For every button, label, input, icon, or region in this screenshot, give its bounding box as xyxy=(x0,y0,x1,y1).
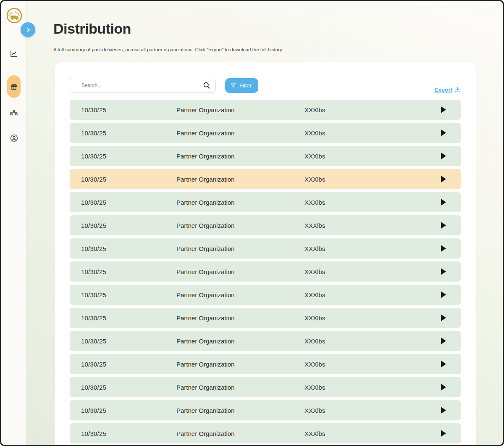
delivery-weight: XXXlbs xyxy=(304,314,441,322)
distribution-card: Filter Export 10/30/25 Partner Organizat… xyxy=(55,62,476,446)
row-expand-arrow[interactable] xyxy=(441,314,449,321)
partner-name: Partner Organization xyxy=(176,314,304,322)
row-expand-arrow[interactable] xyxy=(441,361,449,367)
delivery-row[interactable]: 10/30/25 Partner Organization XXXlbs xyxy=(70,354,461,374)
page-title: Distribution xyxy=(53,21,131,37)
delivery-date: 10/30/25 xyxy=(81,176,176,183)
sidebar: EST. 1981 xyxy=(1,1,26,445)
delivery-weight: XXXlbs xyxy=(304,338,441,345)
sidebar-item-partners[interactable] xyxy=(7,106,21,120)
delivery-row[interactable]: 10/30/25 Partner Organization XXXlbs xyxy=(70,400,461,420)
delivery-weight: XXXlbs xyxy=(304,199,441,206)
gift-icon xyxy=(10,82,18,91)
partner-name: Partner Organization xyxy=(176,153,304,160)
delivery-date: 10/30/25 xyxy=(81,361,176,368)
delivery-row[interactable]: 10/30/25 Partner Organization XXXlbs xyxy=(70,238,461,259)
row-expand-arrow[interactable] xyxy=(441,199,449,206)
delivery-weight: XXXlbs xyxy=(304,222,441,229)
delivery-row[interactable]: 10/30/25 Partner Organization XXXlbs xyxy=(70,123,461,143)
partner-name: Partner Organization xyxy=(176,129,304,137)
play-arrow-icon xyxy=(441,338,446,344)
sidebar-item-distribution[interactable] xyxy=(7,75,21,98)
truck-icon: EST. 1981 xyxy=(6,8,22,24)
delivery-date: 10/30/25 xyxy=(81,291,176,298)
delivery-row[interactable]: 10/30/25 Partner Organization XXXlbs xyxy=(70,215,461,235)
delivery-row[interactable]: 10/30/25 Partner Organization XXXlbs xyxy=(70,308,461,328)
partner-name: Partner Organization xyxy=(176,199,304,206)
row-expand-arrow[interactable] xyxy=(441,153,449,159)
company-logo: EST. 1981 xyxy=(6,8,22,24)
sidebar-item-analytics[interactable] xyxy=(7,47,21,61)
people-icon xyxy=(9,108,18,117)
delivery-date: 10/30/25 xyxy=(81,338,176,345)
row-expand-arrow[interactable] xyxy=(441,384,449,391)
filter-button-label: Filter xyxy=(239,82,252,89)
delivery-row[interactable]: 10/30/25 Partner Organization XXXlbs xyxy=(70,192,461,212)
delivery-date: 10/30/25 xyxy=(81,245,176,252)
search-icon xyxy=(202,81,211,90)
partner-name: Partner Organization xyxy=(176,384,304,391)
delivery-weight: XXXlbs xyxy=(304,153,441,160)
download-icon xyxy=(454,87,461,93)
delivery-weight: XXXlbs xyxy=(304,361,441,368)
row-expand-arrow[interactable] xyxy=(441,129,449,136)
partner-name: Partner Organization xyxy=(176,268,304,275)
delivery-weight: XXXlbs xyxy=(304,176,441,183)
row-expand-arrow[interactable] xyxy=(441,407,449,414)
row-expand-arrow[interactable] xyxy=(441,106,449,113)
search-wrap xyxy=(70,78,216,93)
delivery-row[interactable]: 10/30/25 Partner Organization XXXlbs xyxy=(70,331,461,351)
filter-funnel-icon xyxy=(230,82,236,89)
delivery-date: 10/30/25 xyxy=(81,384,176,391)
partner-name: Partner Organization xyxy=(176,430,304,437)
main-content: Distribution A full summary of past deli… xyxy=(26,1,503,445)
partner-name: Partner Organization xyxy=(176,106,304,113)
search-input[interactable] xyxy=(70,78,216,93)
row-expand-arrow[interactable] xyxy=(441,176,449,182)
page-subtitle: A full summary of past deliveries, acros… xyxy=(53,47,282,52)
row-expand-arrow[interactable] xyxy=(441,338,449,344)
delivery-date: 10/30/25 xyxy=(81,222,176,229)
row-expand-arrow[interactable] xyxy=(441,268,449,275)
play-arrow-icon xyxy=(441,430,446,437)
row-expand-arrow[interactable] xyxy=(441,430,449,437)
toolbar: Filter Export xyxy=(70,78,461,93)
play-arrow-icon xyxy=(441,176,446,182)
delivery-weight: XXXlbs xyxy=(304,430,441,437)
delivery-weight: XXXlbs xyxy=(304,384,441,391)
play-arrow-icon xyxy=(441,222,446,229)
delivery-weight: XXXlbs xyxy=(304,245,441,252)
partner-name: Partner Organization xyxy=(176,222,304,229)
play-arrow-icon xyxy=(441,129,446,136)
delivery-row[interactable]: 10/30/25 Partner Organization XXXlbs xyxy=(70,169,461,189)
delivery-weight: XXXlbs xyxy=(304,106,441,113)
row-expand-arrow[interactable] xyxy=(441,222,449,229)
delivery-date: 10/30/25 xyxy=(81,129,176,137)
play-arrow-icon xyxy=(441,407,446,414)
app-window: EST. 1981 xyxy=(0,0,504,446)
row-expand-arrow[interactable] xyxy=(441,245,449,252)
delivery-row[interactable]: 10/30/25 Partner Organization XXXlbs xyxy=(70,285,461,305)
delivery-date: 10/30/25 xyxy=(81,407,176,414)
delivery-date: 10/30/25 xyxy=(81,314,176,322)
delivery-row[interactable]: 10/30/25 Partner Organization XXXlbs xyxy=(70,377,461,397)
chevron-right-icon xyxy=(24,26,32,34)
play-arrow-icon xyxy=(441,106,446,113)
delivery-row[interactable]: 10/30/25 Partner Organization XXXlbs xyxy=(70,423,461,443)
delivery-row[interactable]: 10/30/25 Partner Organization XXXlbs xyxy=(70,146,461,166)
play-arrow-icon xyxy=(441,291,446,298)
sidebar-nav xyxy=(1,47,26,156)
play-arrow-icon xyxy=(441,199,446,206)
filter-button[interactable]: Filter xyxy=(225,78,258,93)
delivery-row[interactable]: 10/30/25 Partner Organization XXXlbs xyxy=(70,261,461,282)
row-expand-arrow[interactable] xyxy=(441,291,449,298)
delivery-row[interactable]: 10/30/25 Partner Organization XXXlbs xyxy=(70,100,461,120)
export-link-label: Export xyxy=(434,87,452,93)
delivery-weight: XXXlbs xyxy=(304,268,441,275)
export-link[interactable]: Export xyxy=(434,87,461,93)
sidebar-expand-button[interactable] xyxy=(21,22,35,37)
partner-name: Partner Organization xyxy=(176,291,304,298)
delivery-date: 10/30/25 xyxy=(81,106,176,113)
sidebar-item-account[interactable] xyxy=(7,131,21,145)
delivery-date: 10/30/25 xyxy=(81,153,176,160)
